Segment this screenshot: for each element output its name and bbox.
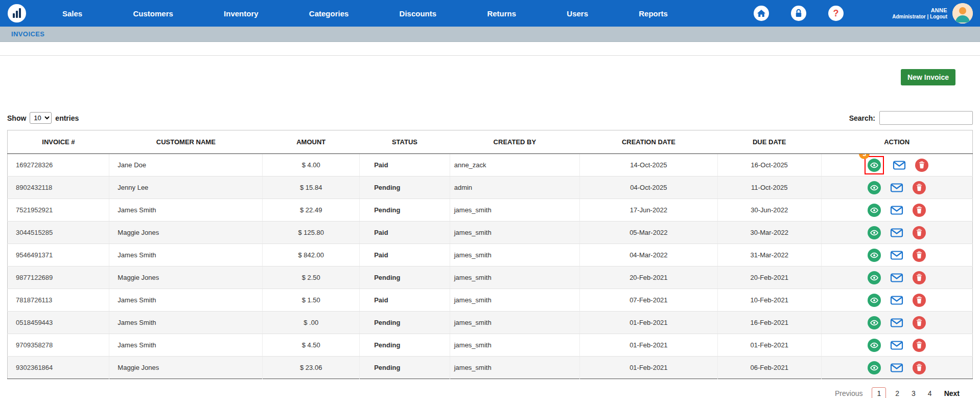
email-invoice-button[interactable]	[890, 248, 904, 262]
lock-glyph-icon	[791, 6, 806, 21]
invoice-row: 9877122689Maggie Jones$ 2.50Pendingjames…	[8, 267, 973, 289]
column-header-action[interactable]: ACTION	[821, 130, 972, 154]
invoice-row: 3044515285Maggie Jones$ 125.80Paidjames_…	[8, 222, 973, 244]
mail-icon	[892, 158, 906, 172]
column-header-invoice[interactable]: INVOICE #	[8, 130, 109, 154]
customer-name-cell: James Smith	[109, 199, 263, 222]
help-icon[interactable]: ?	[828, 6, 844, 21]
action-cell	[821, 222, 972, 244]
due-date-cell: 20-Feb-2021	[717, 267, 821, 289]
delete-invoice-button[interactable]	[912, 293, 926, 307]
creation-date-cell: 14-Oct-2025	[580, 154, 718, 176]
delete-icon	[912, 226, 926, 240]
user-info[interactable]: ANNE Administrator | Logout	[892, 7, 947, 19]
table-head: INVOICE #CUSTOMER NAMEAMOUNTSTATUSCREATE…	[8, 130, 973, 154]
nav-item-reports[interactable]: Reports	[639, 9, 668, 18]
invoice-row: 8902432118Jenny Lee$ 15.84Pendingadmin04…	[8, 176, 973, 199]
delete-icon	[912, 203, 926, 217]
new-invoice-button[interactable]: New Invoice	[901, 69, 955, 85]
action-cell	[821, 176, 972, 199]
user-role-logout-link[interactable]: Administrator | Logout	[892, 14, 947, 19]
delete-invoice-button[interactable]	[912, 181, 926, 195]
delete-invoice-button[interactable]	[912, 203, 926, 217]
email-invoice-button[interactable]	[890, 203, 904, 217]
delete-invoice-button[interactable]	[912, 271, 926, 285]
view-invoice-button[interactable]	[867, 203, 881, 217]
nav-item-customers[interactable]: Customers	[133, 9, 173, 18]
email-invoice-button[interactable]	[892, 158, 906, 172]
next-page-button[interactable]: Next	[941, 389, 963, 397]
amount-cell: $ 842.00	[263, 244, 360, 267]
page-button-4[interactable]: 4	[925, 387, 935, 398]
user-name: ANNE	[892, 7, 947, 13]
user-avatar[interactable]	[952, 3, 973, 24]
nav-item-discounts[interactable]: Discounts	[400, 9, 437, 18]
view-invoice-button[interactable]	[867, 293, 881, 307]
email-invoice-button[interactable]	[890, 316, 904, 330]
email-invoice-button[interactable]	[890, 338, 904, 352]
page-button-2[interactable]: 2	[892, 387, 902, 398]
view-invoice-button[interactable]	[867, 226, 881, 240]
delete-invoice-button[interactable]	[912, 226, 926, 240]
creation-date-cell: 05-Mar-2022	[580, 222, 718, 244]
delete-invoice-button[interactable]	[912, 338, 926, 352]
view-invoice-button[interactable]	[867, 361, 881, 375]
entries-label: entries	[55, 114, 79, 122]
pagination: Previous 1234 Next	[0, 387, 963, 398]
email-invoice-button[interactable]	[890, 181, 904, 195]
action-cell	[821, 357, 972, 379]
view-invoice-button[interactable]	[867, 316, 881, 330]
column-header-created-by[interactable]: CREATED BY	[450, 130, 579, 154]
table-header-row: INVOICE #CUSTOMER NAMEAMOUNTSTATUSCREATE…	[8, 130, 973, 154]
view-invoice-button[interactable]	[867, 338, 881, 352]
creation-date-cell: 04-Oct-2025	[580, 176, 718, 199]
mail-icon	[890, 293, 904, 307]
delete-icon	[912, 271, 926, 285]
invoice-row: 1692728326Jane Doe$ 4.00Paidanne_zack14-…	[8, 154, 973, 176]
delete-invoice-button[interactable]	[912, 248, 926, 262]
email-invoice-button[interactable]	[890, 226, 904, 240]
action-buttons	[822, 181, 972, 195]
nav-item-returns[interactable]: Returns	[487, 9, 516, 18]
amount-cell: $ 23.06	[263, 357, 360, 379]
view-invoice-button[interactable]: 3	[865, 156, 884, 174]
nav-item-categories[interactable]: Categories	[309, 9, 349, 18]
column-header-due-date[interactable]: DUE DATE	[717, 130, 821, 154]
app-logo-icon	[7, 4, 27, 23]
mail-icon	[890, 338, 904, 352]
delete-icon	[912, 293, 926, 307]
nav-item-inventory[interactable]: Inventory	[224, 9, 259, 18]
entries-select[interactable]: 10	[30, 112, 52, 124]
lock-icon[interactable]	[791, 6, 806, 21]
home-icon[interactable]	[754, 6, 769, 21]
view-invoice-button[interactable]	[867, 248, 881, 262]
delete-invoice-button[interactable]	[915, 158, 929, 172]
amount-cell: $ .00	[263, 312, 360, 334]
page-button-3[interactable]: 3	[908, 387, 919, 398]
delete-invoice-button[interactable]	[912, 361, 926, 375]
creation-date-cell: 20-Feb-2021	[580, 267, 718, 289]
search-input[interactable]	[879, 111, 973, 125]
creation-date-cell: 04-Mar-2022	[580, 244, 718, 267]
page-button-1[interactable]: 1	[872, 387, 886, 398]
delete-invoice-button[interactable]	[912, 316, 926, 330]
view-invoice-button[interactable]	[867, 181, 881, 195]
nav-item-users[interactable]: Users	[567, 9, 588, 18]
email-invoice-button[interactable]	[890, 271, 904, 285]
show-label: Show	[7, 114, 26, 122]
column-header-amount[interactable]: AMOUNT	[263, 130, 360, 154]
created-by-cell: james_smith	[450, 244, 579, 267]
view-invoice-button[interactable]	[867, 271, 881, 285]
view-icon	[867, 293, 881, 307]
column-header-creation-date[interactable]: CREATION DATE	[580, 130, 718, 154]
nav-icon-group: ?	[754, 6, 844, 21]
due-date-cell: 16-Oct-2025	[717, 154, 821, 176]
invoice-number-cell: 9302361864	[8, 357, 109, 379]
email-invoice-button[interactable]	[890, 361, 904, 375]
column-header-customer-name[interactable]: CUSTOMER NAME	[109, 130, 263, 154]
previous-page-button[interactable]: Previous	[832, 389, 866, 397]
nav-item-sales[interactable]: Sales	[62, 9, 82, 18]
column-header-status[interactable]: STATUS	[360, 130, 450, 154]
app-logo[interactable]	[7, 4, 27, 23]
email-invoice-button[interactable]	[890, 293, 904, 307]
